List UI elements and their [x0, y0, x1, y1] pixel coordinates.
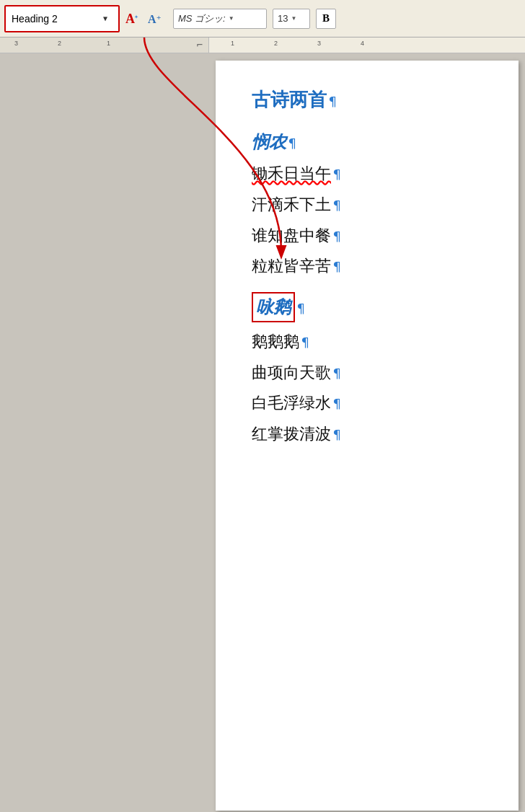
line2-row: 汗滴禾下土 ¶: [252, 190, 497, 221]
font-size-label: 13: [278, 13, 288, 24]
tab-marker: ⌐: [197, 39, 203, 50]
line8-text: 红掌拨清波: [252, 423, 331, 446]
chevron-down-icon: ▼: [98, 12, 112, 26]
document-page[interactable]: 古诗两首 ¶ 悯农 ¶ 锄禾日当午 ¶ 汗滴禾下土 ¶ 谁知盘中餐 ¶ 粒粒皆辛…: [216, 61, 519, 811]
style-label: Heading 2: [12, 13, 98, 25]
line1-text: 锄禾日当午: [252, 163, 331, 185]
title-pilcrow: ¶: [329, 94, 337, 109]
line5-text: 鹅鹅鹅: [252, 331, 299, 353]
document-title-line: 古诗两首 ¶: [252, 82, 497, 117]
ruler-num-2: 2: [58, 40, 61, 47]
line1-row: 锄禾日当午 ¶: [252, 159, 497, 190]
line3-pilcrow: ¶: [333, 229, 341, 244]
line2-text: 汗滴禾下土: [252, 194, 331, 216]
line6-text: 曲项向天歌: [252, 362, 331, 384]
line6-row: 曲项向天歌 ¶: [252, 358, 497, 389]
font-name-label: MS ゴシッ:: [178, 12, 226, 25]
line8-row: 红掌拨清波 ¶: [252, 419, 497, 450]
line7-pilcrow: ¶: [333, 396, 341, 411]
bold-button[interactable]: B: [316, 9, 336, 29]
line6-pilcrow: ¶: [333, 366, 341, 381]
paragraph-style-dropdown[interactable]: Heading 2 ▼: [4, 5, 120, 32]
line3-text: 谁知盘中餐: [252, 225, 331, 247]
page-area: 古诗两首 ¶ 悯农 ¶ 锄禾日当午 ¶ 汗滴禾下土 ¶ 谁知盘中餐 ¶ 粒粒皆辛…: [0, 53, 525, 812]
line2-pilcrow: ¶: [333, 198, 341, 213]
ruler-num-3: 3: [14, 40, 18, 47]
ruler-num3: 3: [317, 40, 321, 47]
line4-pilcrow: ¶: [333, 259, 341, 274]
yonge-heading-line: 咏鹅 ¶: [252, 288, 497, 327]
line1-pilcrow: ¶: [333, 167, 341, 182]
line7-row: 白毛浮绿水 ¶: [252, 388, 497, 419]
yonge-heading: 咏鹅: [252, 292, 295, 322]
ruler-num-1: 1: [107, 40, 110, 47]
minong-heading: 悯农: [252, 130, 286, 154]
line7-text: 白毛浮绿水: [252, 392, 331, 415]
ruler-num2: 2: [274, 40, 278, 47]
line4-row: 粒粒皆辛苦 ¶: [252, 251, 497, 282]
yonge-pilcrow: ¶: [297, 301, 305, 316]
ruler-num1: 1: [231, 40, 234, 47]
ruler-num4: 4: [361, 40, 364, 47]
font-name-dropdown[interactable]: MS ゴシッ: ▼: [173, 9, 267, 29]
svg-text:A: A: [148, 13, 156, 25]
ruler: 3 2 1 ⌐ 1 2 3 4: [0, 37, 525, 53]
svg-text:✦: ✦: [134, 12, 138, 20]
svg-text:+: +: [156, 13, 161, 22]
line5-row: 鹅鹅鹅 ¶: [252, 327, 497, 358]
document-title: 古诗两首: [252, 87, 327, 112]
font-grow-icon[interactable]: A +: [146, 9, 166, 29]
line3-row: 谁知盘中餐 ¶: [252, 221, 497, 252]
font-size-chevron: ▼: [291, 15, 296, 22]
line5-pilcrow: ¶: [301, 335, 309, 350]
font-color-icon[interactable]: A ✦: [123, 9, 143, 29]
minong-heading-line: 悯农 ¶: [252, 125, 497, 159]
left-margin: [6, 61, 216, 811]
minong-pilcrow: ¶: [288, 136, 296, 151]
line4-text: 粒粒皆辛苦: [252, 255, 331, 278]
font-size-dropdown[interactable]: 13 ▼: [273, 9, 310, 29]
toolbar: Heading 2 ▼ A ✦ A + MS ゴシッ: ▼ 13 ▼ B: [0, 0, 525, 37]
font-name-chevron: ▼: [229, 15, 234, 22]
line8-pilcrow: ¶: [333, 427, 341, 442]
